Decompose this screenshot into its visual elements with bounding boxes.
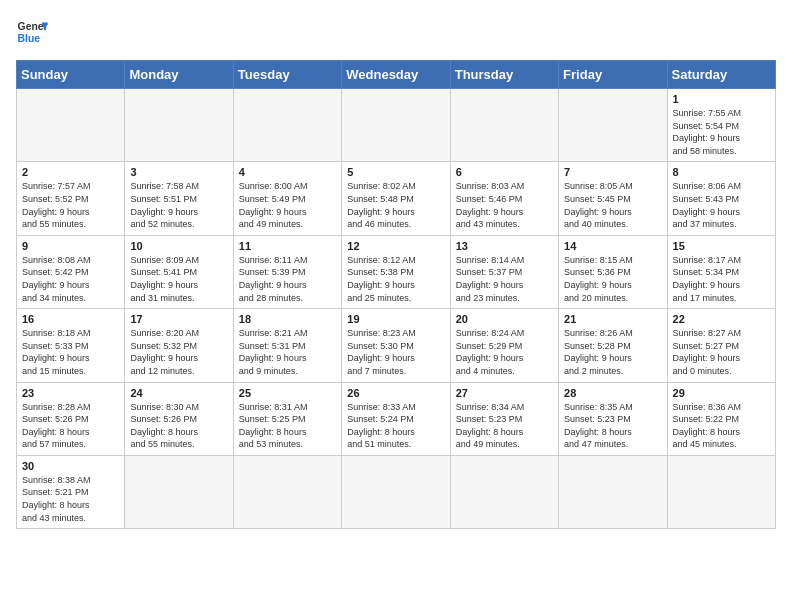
calendar-cell: 12Sunrise: 8:12 AM Sunset: 5:38 PM Dayli… — [342, 235, 450, 308]
day-info: Sunrise: 8:18 AM Sunset: 5:33 PM Dayligh… — [22, 327, 119, 377]
day-number: 20 — [456, 313, 553, 325]
calendar-cell: 25Sunrise: 8:31 AM Sunset: 5:25 PM Dayli… — [233, 382, 341, 455]
day-number: 24 — [130, 387, 227, 399]
column-header-thursday: Thursday — [450, 61, 558, 89]
day-number: 26 — [347, 387, 444, 399]
calendar-cell: 24Sunrise: 8:30 AM Sunset: 5:26 PM Dayli… — [125, 382, 233, 455]
day-info: Sunrise: 8:31 AM Sunset: 5:25 PM Dayligh… — [239, 401, 336, 451]
calendar-cell: 29Sunrise: 8:36 AM Sunset: 5:22 PM Dayli… — [667, 382, 775, 455]
day-info: Sunrise: 8:24 AM Sunset: 5:29 PM Dayligh… — [456, 327, 553, 377]
day-info: Sunrise: 8:35 AM Sunset: 5:23 PM Dayligh… — [564, 401, 661, 451]
calendar-cell — [125, 455, 233, 528]
calendar-header-row: SundayMondayTuesdayWednesdayThursdayFrid… — [17, 61, 776, 89]
day-info: Sunrise: 8:02 AM Sunset: 5:48 PM Dayligh… — [347, 180, 444, 230]
calendar-cell — [342, 455, 450, 528]
day-info: Sunrise: 8:06 AM Sunset: 5:43 PM Dayligh… — [673, 180, 770, 230]
calendar-cell: 17Sunrise: 8:20 AM Sunset: 5:32 PM Dayli… — [125, 309, 233, 382]
calendar-cell — [342, 89, 450, 162]
day-info: Sunrise: 8:05 AM Sunset: 5:45 PM Dayligh… — [564, 180, 661, 230]
calendar-cell: 26Sunrise: 8:33 AM Sunset: 5:24 PM Dayli… — [342, 382, 450, 455]
day-number: 11 — [239, 240, 336, 252]
calendar-cell: 18Sunrise: 8:21 AM Sunset: 5:31 PM Dayli… — [233, 309, 341, 382]
calendar-week-row: 23Sunrise: 8:28 AM Sunset: 5:26 PM Dayli… — [17, 382, 776, 455]
calendar-cell — [667, 455, 775, 528]
day-number: 30 — [22, 460, 119, 472]
day-info: Sunrise: 8:14 AM Sunset: 5:37 PM Dayligh… — [456, 254, 553, 304]
calendar-cell: 4Sunrise: 8:00 AM Sunset: 5:49 PM Daylig… — [233, 162, 341, 235]
day-info: Sunrise: 8:09 AM Sunset: 5:41 PM Dayligh… — [130, 254, 227, 304]
day-info: Sunrise: 8:34 AM Sunset: 5:23 PM Dayligh… — [456, 401, 553, 451]
day-info: Sunrise: 8:26 AM Sunset: 5:28 PM Dayligh… — [564, 327, 661, 377]
calendar-week-row: 2Sunrise: 7:57 AM Sunset: 5:52 PM Daylig… — [17, 162, 776, 235]
day-number: 2 — [22, 166, 119, 178]
calendar-cell: 30Sunrise: 8:38 AM Sunset: 5:21 PM Dayli… — [17, 455, 125, 528]
day-info: Sunrise: 7:55 AM Sunset: 5:54 PM Dayligh… — [673, 107, 770, 157]
day-info: Sunrise: 8:15 AM Sunset: 5:36 PM Dayligh… — [564, 254, 661, 304]
day-number: 13 — [456, 240, 553, 252]
day-info: Sunrise: 8:27 AM Sunset: 5:27 PM Dayligh… — [673, 327, 770, 377]
column-header-saturday: Saturday — [667, 61, 775, 89]
day-number: 9 — [22, 240, 119, 252]
calendar-cell: 9Sunrise: 8:08 AM Sunset: 5:42 PM Daylig… — [17, 235, 125, 308]
calendar-cell: 2Sunrise: 7:57 AM Sunset: 5:52 PM Daylig… — [17, 162, 125, 235]
calendar-cell: 10Sunrise: 8:09 AM Sunset: 5:41 PM Dayli… — [125, 235, 233, 308]
calendar-cell: 28Sunrise: 8:35 AM Sunset: 5:23 PM Dayli… — [559, 382, 667, 455]
calendar-week-row: 1Sunrise: 7:55 AM Sunset: 5:54 PM Daylig… — [17, 89, 776, 162]
day-info: Sunrise: 8:23 AM Sunset: 5:30 PM Dayligh… — [347, 327, 444, 377]
svg-text:Blue: Blue — [18, 33, 41, 44]
calendar-cell: 19Sunrise: 8:23 AM Sunset: 5:30 PM Dayli… — [342, 309, 450, 382]
day-info: Sunrise: 8:11 AM Sunset: 5:39 PM Dayligh… — [239, 254, 336, 304]
day-number: 29 — [673, 387, 770, 399]
column-header-monday: Monday — [125, 61, 233, 89]
day-info: Sunrise: 8:03 AM Sunset: 5:46 PM Dayligh… — [456, 180, 553, 230]
day-number: 16 — [22, 313, 119, 325]
day-info: Sunrise: 8:17 AM Sunset: 5:34 PM Dayligh… — [673, 254, 770, 304]
calendar-cell: 27Sunrise: 8:34 AM Sunset: 5:23 PM Dayli… — [450, 382, 558, 455]
calendar-cell — [125, 89, 233, 162]
day-info: Sunrise: 8:30 AM Sunset: 5:26 PM Dayligh… — [130, 401, 227, 451]
day-number: 5 — [347, 166, 444, 178]
calendar-cell: 21Sunrise: 8:26 AM Sunset: 5:28 PM Dayli… — [559, 309, 667, 382]
calendar-cell: 1Sunrise: 7:55 AM Sunset: 5:54 PM Daylig… — [667, 89, 775, 162]
day-number: 7 — [564, 166, 661, 178]
day-number: 23 — [22, 387, 119, 399]
day-number: 15 — [673, 240, 770, 252]
day-number: 27 — [456, 387, 553, 399]
calendar-cell — [559, 455, 667, 528]
day-info: Sunrise: 7:57 AM Sunset: 5:52 PM Dayligh… — [22, 180, 119, 230]
calendar-cell: 22Sunrise: 8:27 AM Sunset: 5:27 PM Dayli… — [667, 309, 775, 382]
calendar-cell: 7Sunrise: 8:05 AM Sunset: 5:45 PM Daylig… — [559, 162, 667, 235]
calendar-week-row: 30Sunrise: 8:38 AM Sunset: 5:21 PM Dayli… — [17, 455, 776, 528]
day-info: Sunrise: 8:08 AM Sunset: 5:42 PM Dayligh… — [22, 254, 119, 304]
day-number: 28 — [564, 387, 661, 399]
calendar-cell — [450, 89, 558, 162]
column-header-wednesday: Wednesday — [342, 61, 450, 89]
calendar-cell: 16Sunrise: 8:18 AM Sunset: 5:33 PM Dayli… — [17, 309, 125, 382]
day-number: 1 — [673, 93, 770, 105]
calendar-cell: 11Sunrise: 8:11 AM Sunset: 5:39 PM Dayli… — [233, 235, 341, 308]
calendar-cell — [17, 89, 125, 162]
calendar-cell: 6Sunrise: 8:03 AM Sunset: 5:46 PM Daylig… — [450, 162, 558, 235]
day-number: 12 — [347, 240, 444, 252]
day-info: Sunrise: 8:12 AM Sunset: 5:38 PM Dayligh… — [347, 254, 444, 304]
calendar-cell: 20Sunrise: 8:24 AM Sunset: 5:29 PM Dayli… — [450, 309, 558, 382]
calendar-cell — [559, 89, 667, 162]
day-number: 8 — [673, 166, 770, 178]
day-info: Sunrise: 8:33 AM Sunset: 5:24 PM Dayligh… — [347, 401, 444, 451]
column-header-sunday: Sunday — [17, 61, 125, 89]
calendar-cell — [450, 455, 558, 528]
day-info: Sunrise: 8:36 AM Sunset: 5:22 PM Dayligh… — [673, 401, 770, 451]
day-number: 14 — [564, 240, 661, 252]
day-info: Sunrise: 8:38 AM Sunset: 5:21 PM Dayligh… — [22, 474, 119, 524]
day-number: 25 — [239, 387, 336, 399]
calendar-cell: 13Sunrise: 8:14 AM Sunset: 5:37 PM Dayli… — [450, 235, 558, 308]
calendar-cell — [233, 455, 341, 528]
day-info: Sunrise: 7:58 AM Sunset: 5:51 PM Dayligh… — [130, 180, 227, 230]
day-info: Sunrise: 8:28 AM Sunset: 5:26 PM Dayligh… — [22, 401, 119, 451]
column-header-friday: Friday — [559, 61, 667, 89]
day-number: 10 — [130, 240, 227, 252]
calendar-cell: 3Sunrise: 7:58 AM Sunset: 5:51 PM Daylig… — [125, 162, 233, 235]
logo-icon: General Blue — [16, 16, 48, 48]
calendar-cell: 14Sunrise: 8:15 AM Sunset: 5:36 PM Dayli… — [559, 235, 667, 308]
day-info: Sunrise: 8:21 AM Sunset: 5:31 PM Dayligh… — [239, 327, 336, 377]
